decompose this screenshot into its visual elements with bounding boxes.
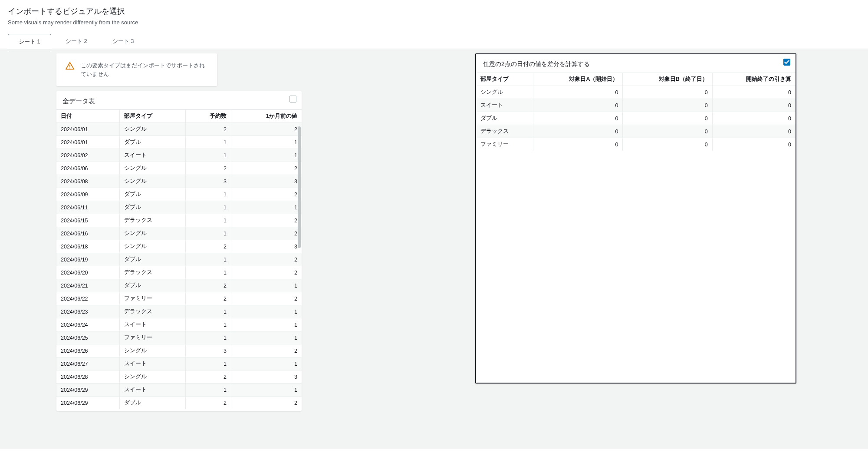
table-cell: シングル bbox=[120, 175, 185, 188]
left-col-header[interactable]: 日付 bbox=[56, 109, 120, 123]
table-row: 2024/06/20デラックス12 bbox=[56, 266, 302, 279]
svg-point-1 bbox=[69, 67, 70, 68]
table-cell: 1 bbox=[185, 136, 231, 149]
table-cell: 0 bbox=[533, 138, 623, 151]
table-cell: 2 bbox=[185, 240, 231, 253]
right-col-header[interactable]: 部屋タイプ bbox=[476, 73, 533, 86]
table-cell: スイート bbox=[120, 318, 185, 331]
table-row: 2024/06/29ダブル22 bbox=[56, 397, 302, 410]
table-row: 2024/06/28シングル23 bbox=[56, 370, 302, 384]
warning-triangle-icon bbox=[65, 61, 75, 71]
table-row: 2024/06/15デラックス12 bbox=[56, 214, 302, 227]
table-cell: 2024/06/25 bbox=[56, 331, 120, 344]
table-cell: ファミリー bbox=[476, 138, 533, 151]
table-cell: 2024/06/11 bbox=[56, 201, 120, 214]
table-cell: 2 bbox=[231, 188, 302, 201]
table-cell: ダブル bbox=[476, 112, 533, 125]
table-cell: 0 bbox=[623, 99, 712, 112]
table-cell: 1 bbox=[185, 253, 231, 266]
table-cell: 1 bbox=[185, 214, 231, 227]
table-cell: ダブル bbox=[120, 201, 185, 214]
table-row: 2024/06/01ダブル11 bbox=[56, 136, 302, 149]
table-cell: 1 bbox=[231, 384, 302, 397]
table-cell: 2 bbox=[231, 214, 302, 227]
table-cell: シングル bbox=[476, 86, 533, 99]
table-cell: 2 bbox=[185, 279, 231, 292]
table-cell: 2024/06/27 bbox=[56, 357, 120, 370]
table-cell: 1 bbox=[185, 149, 231, 162]
table-cell: 2 bbox=[231, 397, 302, 410]
tab-sheet-2[interactable]: シート 2 bbox=[55, 33, 98, 49]
right-data-table: 部屋タイプ対象日A（開始日）対象日B（終了日）開始終了の引き算 シングル000ス… bbox=[476, 73, 796, 151]
right-visual-card[interactable]: 任意の2点の日付の値を差分を計算する 部屋タイプ対象日A（開始日）対象日B（終了… bbox=[475, 53, 796, 384]
sheet-tabs: シート 1シート 2シート 3 bbox=[0, 33, 868, 49]
table-cell: 3 bbox=[231, 240, 302, 253]
table-cell: スイート bbox=[120, 149, 185, 162]
table-row: ファミリー000 bbox=[476, 138, 796, 151]
table-cell: 1 bbox=[231, 318, 302, 331]
table-cell: 2024/06/26 bbox=[56, 344, 120, 357]
table-cell: 0 bbox=[623, 125, 712, 138]
table-cell: ダブル bbox=[120, 136, 185, 149]
table-cell: 1 bbox=[185, 227, 231, 240]
table-cell: 2024/06/02 bbox=[56, 149, 120, 162]
table-cell: シングル bbox=[120, 227, 185, 240]
table-row: 2024/06/26シングル32 bbox=[56, 344, 302, 357]
table-cell: 1 bbox=[185, 384, 231, 397]
right-table-title: 任意の2点の日付の値を差分を計算する bbox=[476, 54, 796, 73]
table-cell: 2024/06/23 bbox=[56, 305, 120, 318]
left-table-title: 全データ表 bbox=[56, 91, 302, 109]
unsupported-warning-card[interactable]: この要素タイプはまだインポートでサポートされていません bbox=[56, 53, 217, 86]
table-cell: シングル bbox=[120, 240, 185, 253]
table-cell: 2 bbox=[185, 292, 231, 305]
tab-sheet-1[interactable]: シート 1 bbox=[8, 34, 51, 49]
left-visual-card[interactable]: 全データ表 日付部屋タイプ予約数1か月前の値 2024/06/01シングル222… bbox=[56, 91, 302, 411]
left-col-header[interactable]: 部屋タイプ bbox=[120, 109, 185, 123]
right-col-header[interactable]: 対象日B（終了日） bbox=[623, 73, 712, 86]
table-cell: 2024/06/18 bbox=[56, 240, 120, 253]
table-cell: 2024/06/22 bbox=[56, 292, 120, 305]
table-row: 2024/06/21ダブル21 bbox=[56, 279, 302, 292]
table-cell: シングル bbox=[120, 123, 185, 136]
select-visual-checkbox-right[interactable] bbox=[783, 59, 790, 66]
workspace: この要素タイプはまだインポートでサポートされていません 全データ表 日付部屋タイ… bbox=[0, 49, 868, 449]
right-col-header[interactable]: 開始終了の引き算 bbox=[712, 73, 796, 86]
table-cell: 1 bbox=[231, 357, 302, 370]
table-row: 2024/06/09ダブル12 bbox=[56, 188, 302, 201]
table-row: 2024/06/22ファミリー22 bbox=[56, 292, 302, 305]
table-row: 2024/06/06シングル22 bbox=[56, 162, 302, 175]
table-cell: 2024/06/24 bbox=[56, 318, 120, 331]
table-cell: 0 bbox=[712, 86, 796, 99]
table-cell: 2024/06/15 bbox=[56, 214, 120, 227]
table-cell: 2 bbox=[185, 123, 231, 136]
table-cell: 1 bbox=[185, 357, 231, 370]
right-col-header[interactable]: 対象日A（開始日） bbox=[533, 73, 623, 86]
left-col-header[interactable]: 予約数 bbox=[185, 109, 231, 123]
table-row: 2024/06/24スイート11 bbox=[56, 318, 302, 331]
table-cell: 1 bbox=[231, 136, 302, 149]
table-cell: ダブル bbox=[120, 188, 185, 201]
left-data-table: 日付部屋タイプ予約数1か月前の値 2024/06/01シングル222024/06… bbox=[56, 109, 302, 409]
table-row: ダブル000 bbox=[476, 112, 796, 125]
table-cell: 2 bbox=[231, 344, 302, 357]
table-row: デラックス000 bbox=[476, 125, 796, 138]
table-cell: シングル bbox=[120, 370, 185, 384]
table-cell: 0 bbox=[712, 99, 796, 112]
table-row: 2024/06/19ダブル12 bbox=[56, 253, 302, 266]
table-cell: 1 bbox=[231, 331, 302, 344]
table-cell: 2024/06/21 bbox=[56, 279, 120, 292]
table-cell: 3 bbox=[231, 370, 302, 384]
table-cell: 1 bbox=[231, 279, 302, 292]
table-cell: ファミリー bbox=[120, 292, 185, 305]
table-cell: スイート bbox=[120, 357, 185, 370]
table-cell: 1 bbox=[231, 305, 302, 318]
table-cell: 2024/06/08 bbox=[56, 175, 120, 188]
scrollbar-thumb[interactable] bbox=[298, 126, 301, 248]
tab-sheet-3[interactable]: シート 3 bbox=[102, 33, 145, 49]
page-title: インポートするビジュアルを選択 bbox=[8, 6, 860, 17]
select-visual-checkbox-left[interactable] bbox=[289, 96, 296, 103]
table-row: 2024/06/18シングル23 bbox=[56, 240, 302, 253]
table-cell: 2024/06/06 bbox=[56, 162, 120, 175]
left-col-header[interactable]: 1か月前の値 bbox=[231, 109, 302, 123]
table-cell: 3 bbox=[185, 344, 231, 357]
